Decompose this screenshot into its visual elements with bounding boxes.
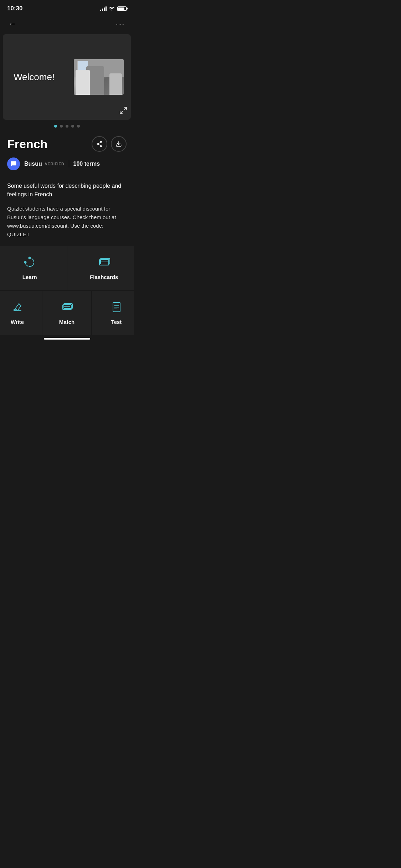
- study-modes-top: Learn Flashcards: [0, 246, 134, 290]
- content-section: French: [0, 133, 134, 239]
- write-button[interactable]: Write: [0, 291, 42, 335]
- title-row: French: [7, 136, 127, 152]
- status-bar: 10:30: [0, 0, 134, 15]
- fullscreen-icon[interactable]: [119, 107, 127, 116]
- svg-line-1: [120, 111, 123, 114]
- svg-point-8: [25, 262, 26, 263]
- dot-2[interactable]: [60, 125, 63, 128]
- share-icon: [96, 141, 103, 147]
- match-label: Match: [59, 319, 74, 325]
- status-time: 10:30: [7, 5, 22, 12]
- battery-icon: [117, 6, 127, 11]
- learn-icon: [23, 256, 36, 270]
- pagination-dots: [0, 120, 134, 133]
- author-info: Busuu VERIFIED: [24, 161, 65, 167]
- author-avatar: [7, 157, 20, 170]
- card-image: [74, 59, 124, 95]
- test-label: Test: [111, 319, 122, 325]
- write-icon: [11, 301, 24, 315]
- terms-count: 100 terms: [73, 161, 100, 167]
- svg-point-9: [29, 257, 31, 259]
- svg-point-14: [14, 309, 15, 311]
- dot-1[interactable]: [54, 125, 57, 128]
- back-button[interactable]: ←: [7, 18, 18, 30]
- dot-4[interactable]: [71, 125, 74, 128]
- promo-text: Quizlet students have a special discount…: [7, 205, 127, 239]
- set-description: Some useful words for describing people …: [7, 182, 127, 199]
- download-button[interactable]: [111, 136, 127, 152]
- test-icon: [110, 301, 123, 315]
- home-bar: [44, 338, 90, 340]
- match-icon: [61, 301, 73, 315]
- home-indicator: [0, 335, 134, 341]
- study-modes-bottom: Write Match Test: [0, 291, 134, 335]
- card-welcome-text: Welcome!: [14, 72, 55, 83]
- nav-bar: ← ···: [0, 15, 134, 34]
- download-icon: [115, 141, 122, 147]
- svg-line-6: [98, 143, 100, 144]
- signal-icon: [100, 6, 107, 11]
- flashcards-icon: [98, 256, 110, 270]
- wifi-icon: [109, 6, 115, 11]
- svg-line-0: [124, 107, 127, 110]
- learn-button[interactable]: Learn: [0, 246, 67, 290]
- action-buttons: [92, 136, 127, 152]
- dot-3[interactable]: [66, 125, 68, 128]
- share-button[interactable]: [92, 136, 107, 152]
- divider: [69, 160, 69, 167]
- flashcards-label: Flashcards: [90, 274, 118, 280]
- set-title: French: [7, 137, 47, 151]
- write-label: Write: [11, 319, 24, 325]
- svg-line-5: [98, 144, 100, 145]
- card-carousel[interactable]: Welcome!: [3, 34, 131, 120]
- verified-badge: VERIFIED: [45, 162, 65, 166]
- author-row: Busuu VERIFIED 100 terms: [7, 157, 127, 176]
- more-button[interactable]: ···: [114, 19, 127, 30]
- match-button[interactable]: Match: [42, 291, 91, 335]
- back-arrow-icon: ←: [9, 19, 16, 28]
- more-dots-icon: ···: [116, 20, 125, 28]
- learn-label: Learn: [22, 274, 37, 280]
- dot-5[interactable]: [77, 125, 80, 128]
- flashcards-button[interactable]: Flashcards: [67, 246, 134, 290]
- author-name: Busuu: [24, 161, 42, 167]
- status-icons: [100, 6, 127, 11]
- test-button[interactable]: Test: [92, 291, 134, 335]
